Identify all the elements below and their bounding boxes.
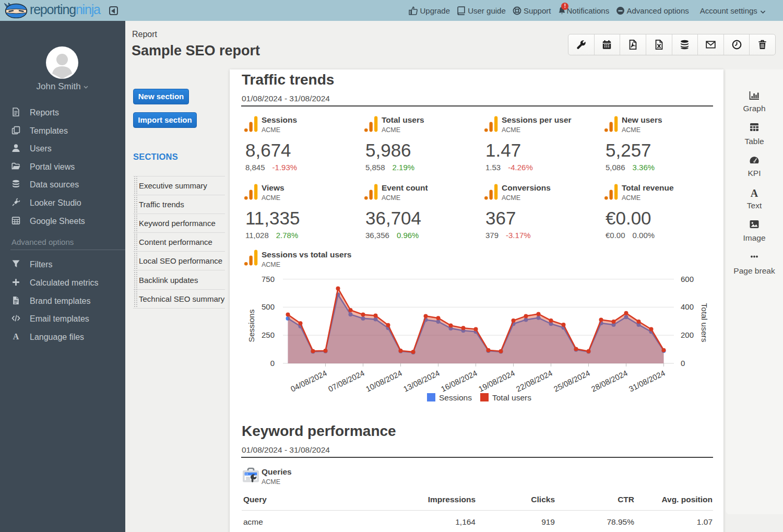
svg-text:13/08/2024: 13/08/2024 — [402, 368, 441, 393]
svg-text:07/08/2024: 07/08/2024 — [327, 368, 366, 393]
svg-text:600: 600 — [681, 275, 694, 283]
svg-text:Total users: Total users — [492, 393, 531, 402]
svg-text:Sessions: Sessions — [439, 393, 472, 402]
svg-text:A: A — [751, 188, 758, 198]
svg-text:28/08/2024: 28/08/2024 — [590, 368, 629, 393]
svg-text:750: 750 — [262, 275, 275, 283]
svg-text:Sessions: Sessions — [247, 309, 256, 342]
svg-text:22/08/2024: 22/08/2024 — [515, 368, 554, 393]
svg-text:200: 200 — [681, 330, 694, 339]
svg-text:500: 500 — [262, 302, 275, 311]
svg-text:0: 0 — [681, 359, 685, 368]
svg-text:16/08/2024: 16/08/2024 — [440, 368, 479, 393]
svg-text:0: 0 — [270, 359, 275, 368]
svg-text:A: A — [13, 332, 19, 341]
svg-text:31/08/2024: 31/08/2024 — [627, 368, 667, 393]
svg-text:250: 250 — [262, 330, 275, 339]
svg-text:04/08/2024: 04/08/2024 — [289, 368, 328, 393]
svg-text:19/08/2024: 19/08/2024 — [477, 368, 516, 393]
svg-text:Total users: Total users — [700, 303, 709, 342]
svg-text:10/08/2024: 10/08/2024 — [364, 368, 404, 393]
svg-text:400: 400 — [681, 302, 694, 311]
svg-text:25/08/2024: 25/08/2024 — [552, 368, 591, 393]
